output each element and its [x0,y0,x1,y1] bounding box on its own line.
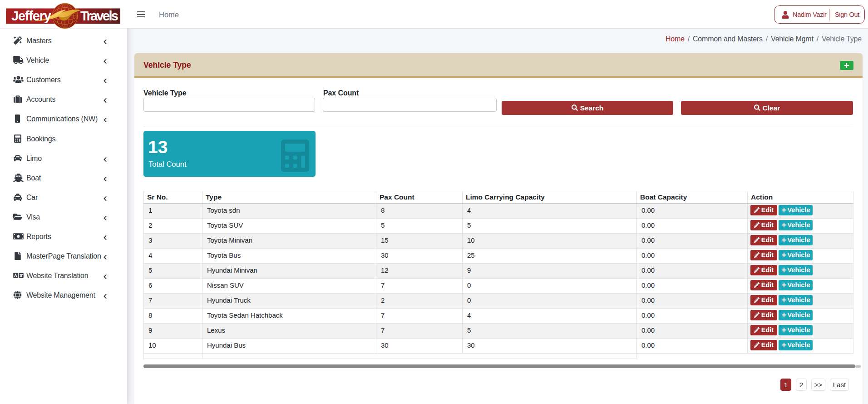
svg-text:Travels: Travels [80,9,118,23]
svg-text:Jeffery: Jeffery [11,9,51,23]
